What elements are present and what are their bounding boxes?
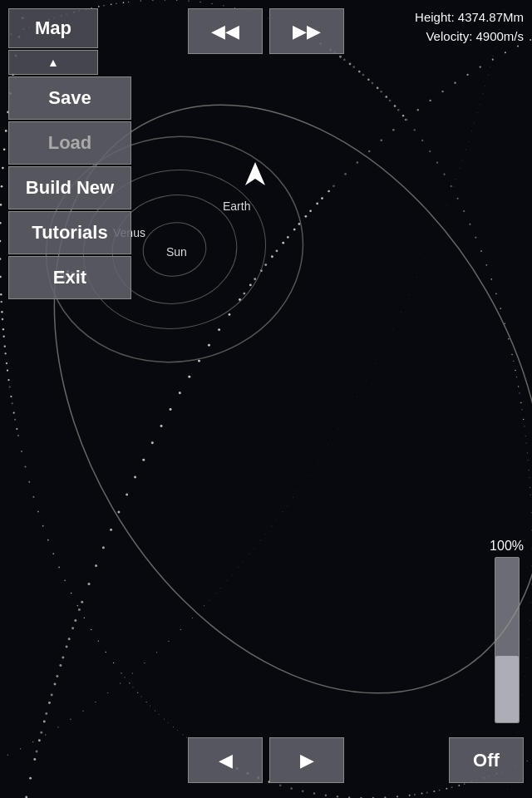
bottom-controls: ◀ ▶ (188, 737, 344, 783)
rocket-icon (245, 162, 265, 185)
sidebar: Map ▲ Save Load Build New Tutorials Exit (8, 8, 131, 301)
fast-forward-button[interactable]: ▶▶ (269, 8, 344, 54)
collapse-button[interactable]: ▲ (8, 50, 98, 75)
zoom-thumb[interactable] (495, 656, 519, 722)
zoom-label: 100% (490, 539, 524, 554)
zoom-panel: 100% (490, 539, 524, 723)
next-button[interactable]: ▶ (269, 737, 344, 783)
info-panel: Height: 4374.87Mm Velocity: 4900m/s (415, 8, 524, 46)
velocity-display: Velocity: 4900m/s (415, 27, 524, 47)
load-button[interactable]: Load (8, 121, 131, 165)
svg-marker-5 (245, 162, 265, 185)
height-display: Height: 4374.87Mm (415, 8, 524, 27)
sun-label: Sun (166, 245, 187, 259)
top-controls: ◀◀ ▶▶ (188, 8, 344, 54)
prev-button[interactable]: ◀ (188, 737, 263, 783)
map-button[interactable]: Map (8, 8, 98, 48)
tutorials-button[interactable]: Tutorials (8, 211, 131, 254)
svg-point-0 (139, 218, 210, 281)
save-button[interactable]: Save (8, 76, 131, 120)
exit-button[interactable]: Exit (8, 256, 131, 299)
rewind-button[interactable]: ◀◀ (188, 8, 263, 54)
off-button[interactable]: Off (449, 737, 524, 783)
earth-label: Earth (223, 200, 250, 213)
zoom-slider[interactable] (495, 557, 520, 723)
app: Height: 4374.87Mm Velocity: 4900m/s ◀◀ ▶… (0, 0, 532, 798)
build-new-button[interactable]: Build New (8, 166, 131, 209)
